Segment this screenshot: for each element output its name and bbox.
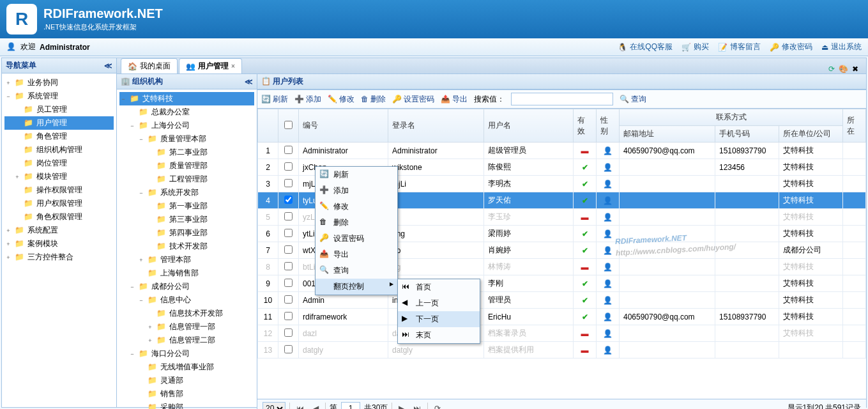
close-icon[interactable]: ×	[231, 63, 235, 70]
search-input[interactable]	[511, 93, 613, 105]
tab-users[interactable]: 👥 用户管理 ×	[179, 58, 242, 73]
row-checkbox[interactable]	[284, 328, 293, 337]
tree-item[interactable]: 📁第三事业部	[119, 213, 254, 226]
col-mobile[interactable]: 手机号码	[715, 126, 779, 143]
tree-item[interactable]: −📁海口分公司	[119, 347, 254, 360]
delete-button[interactable]: 🗑删除	[361, 94, 386, 105]
ctx-search[interactable]: 🔍查询	[316, 263, 397, 279]
tree-toggle-icon[interactable]: −	[137, 297, 145, 304]
table-row[interactable]: 12dazldazl档案著录员▬👤艾特科技	[258, 325, 866, 342]
org-tree[interactable]: −📁艾特科技📁总裁办公室−📁上海分公司−📁质量管理本部📁第二事业部📁质量管理部📁…	[117, 89, 257, 409]
tree-item[interactable]: 📁灵通部	[119, 374, 254, 387]
tree-item[interactable]: 📁岗位管理	[4, 157, 114, 170]
user-grid[interactable]: 编号 登录名 用户名 有效 性别 联系方式 所在 邮箱地址 手机号码	[257, 109, 866, 399]
ctx-delete[interactable]: 🗑删除	[316, 215, 397, 231]
setpwd-button[interactable]: 🔑设置密码	[392, 94, 434, 105]
row-checkbox[interactable]	[284, 212, 293, 220]
collapse-icon[interactable]: ≪	[245, 77, 253, 86]
tree-toggle-icon[interactable]: +	[146, 337, 154, 344]
col-login[interactable]: 登录名	[388, 109, 484, 143]
ctx-refresh[interactable]: 🔄刷新	[316, 167, 397, 183]
theme-icon[interactable]: 🎨	[839, 65, 848, 73]
row-checkbox[interactable]	[284, 245, 293, 254]
tree-toggle-icon[interactable]: −	[4, 93, 12, 100]
col-company[interactable]: 所在单位/公司	[779, 126, 843, 143]
tree-item[interactable]: 📁用户管理	[4, 116, 114, 130]
tree-item[interactable]: +📁模块管理	[4, 170, 114, 183]
tree-item[interactable]: +📁业务协同	[4, 76, 114, 89]
ctx-paging[interactable]: 翻页控制 ⏮首页 ◀上一页 ▶下一页 ⏭末页	[316, 279, 397, 295]
edit-button[interactable]: ✏️修改	[328, 94, 354, 105]
close-all-icon[interactable]: ✖	[852, 65, 858, 73]
col-email[interactable]: 邮箱地址	[620, 126, 715, 143]
tree-toggle-icon[interactable]: +	[137, 257, 145, 263]
tree-item[interactable]: +📁三方控件整合	[4, 251, 114, 264]
first-page-button[interactable]: ⏮	[294, 404, 307, 410]
reload-button[interactable]: ⟳	[432, 404, 443, 410]
table-row[interactable]: 13datglydatgly档案提供利用▬👤	[258, 342, 866, 359]
row-checkbox[interactable]	[284, 312, 293, 320]
search-button[interactable]: 🔍查询	[620, 94, 646, 105]
row-checkbox[interactable]	[284, 295, 293, 304]
tree-item[interactable]: −📁信息中心	[119, 293, 254, 307]
tree-item[interactable]: 📁员工管理	[4, 103, 114, 116]
col-num[interactable]: 编号	[299, 109, 388, 143]
next-page-button[interactable]: ▶	[396, 404, 407, 410]
tree-item[interactable]: 📁角色权限管理	[4, 210, 114, 224]
add-button[interactable]: ➕添加	[294, 94, 321, 105]
tree-item[interactable]: 📁角色管理	[4, 130, 114, 143]
tree-item[interactable]: −📁系统开发部	[119, 186, 254, 199]
tree-toggle-icon[interactable]: +	[13, 174, 21, 180]
tree-toggle-icon[interactable]: −	[128, 123, 136, 129]
row-checkbox[interactable]	[284, 196, 293, 204]
last-page-button[interactable]: ⏭	[411, 404, 423, 410]
tree-toggle-icon[interactable]: +	[146, 324, 154, 330]
ctx-first[interactable]: ⏮首页	[398, 279, 480, 295]
pagesize-select[interactable]: 20	[263, 402, 286, 410]
table-row[interactable]: 11rdiframeworkEricHu✔👤406590790@qq.com15…	[258, 309, 866, 325]
tree-item[interactable]: +📁信息管理二部	[119, 334, 254, 347]
tree-item[interactable]: 📁第四事业部	[119, 226, 254, 240]
exit-link[interactable]: ⏏退出系统	[821, 42, 862, 52]
checkbox-all[interactable]	[284, 121, 293, 129]
ctx-last[interactable]: ⏭末页	[398, 327, 480, 343]
tree-item[interactable]: +📁案例模块	[4, 237, 114, 251]
collapse-icon[interactable]: ≪	[104, 61, 112, 70]
tree-item[interactable]: 📁上海销售部	[119, 266, 254, 280]
row-checkbox[interactable]	[284, 262, 293, 270]
ctx-prev[interactable]: ◀上一页	[398, 295, 480, 311]
tree-item[interactable]: 📁信息技术开发部	[119, 307, 254, 320]
tree-item[interactable]: 📁工程管理部	[119, 173, 254, 186]
tree-item[interactable]: 📁采购部	[119, 401, 254, 409]
row-checkbox[interactable]	[284, 345, 293, 353]
tree-item[interactable]: 📁技术开发部	[119, 240, 254, 253]
context-submenu[interactable]: ⏮首页 ◀上一页 ▶下一页 ⏭末页	[397, 279, 480, 344]
tree-item[interactable]: −📁艾特科技	[119, 92, 254, 105]
blog-link[interactable]: 📝博客留言	[718, 42, 761, 52]
tree-item[interactable]: −📁成都分公司	[119, 280, 254, 293]
tree-item[interactable]: 📁第一事业部	[119, 199, 254, 213]
tree-toggle-icon[interactable]: −	[137, 136, 145, 143]
tree-item[interactable]: +📁信息管理一部	[119, 320, 254, 334]
tree-item[interactable]: 📁用户权限管理	[4, 197, 114, 210]
tree-toggle-icon[interactable]: +	[4, 80, 12, 86]
row-checkbox[interactable]	[284, 279, 293, 287]
ctx-add[interactable]: ➕添加	[316, 183, 397, 199]
tree-toggle-icon[interactable]: +	[4, 254, 12, 261]
col-valid[interactable]: 有效	[574, 109, 597, 143]
tree-item[interactable]: 📁总裁办公室	[119, 105, 254, 119]
refresh-button[interactable]: 🔄刷新	[261, 94, 288, 105]
tree-toggle-icon[interactable]: +	[4, 228, 12, 234]
col-name[interactable]: 用户名	[484, 109, 574, 143]
nav-tree[interactable]: +📁业务协同−📁系统管理📁员工管理📁用户管理📁角色管理📁组织机构管理📁岗位管理+…	[2, 73, 116, 407]
tree-item[interactable]: +📁管理本部	[119, 253, 254, 266]
tree-item[interactable]: +📁系统配置	[4, 224, 114, 237]
table-row[interactable]: 1AdministratorAdministrator超级管理员▬👤406590…	[258, 143, 866, 159]
ctx-edit[interactable]: ✏️修改	[316, 199, 397, 215]
tree-item[interactable]: 📁质量管理部	[119, 159, 254, 173]
tree-item[interactable]: 📁操作权限管理	[4, 183, 114, 197]
col-dept[interactable]: 所在	[843, 109, 866, 143]
tree-item[interactable]: 📁第二事业部	[119, 146, 254, 159]
tree-toggle-icon[interactable]: −	[128, 284, 136, 290]
page-input[interactable]	[341, 402, 360, 410]
